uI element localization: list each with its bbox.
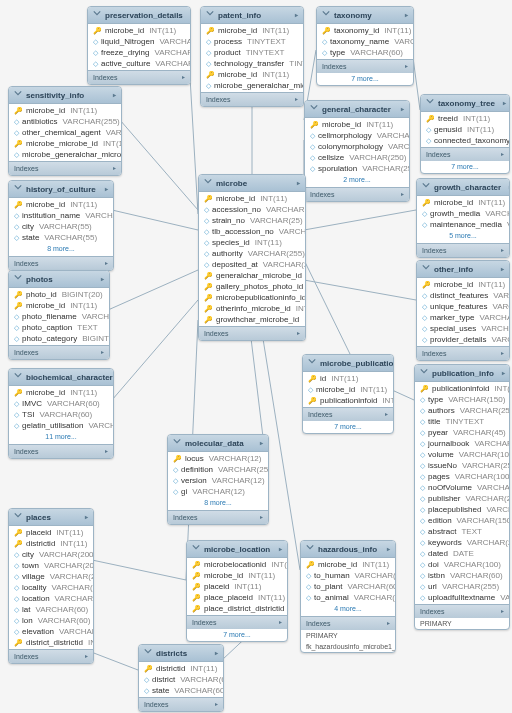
more-columns[interactable]: 5 more... — [417, 230, 509, 242]
column-row[interactable]: 🔑microbe_idINT(11) — [305, 119, 409, 130]
table-header[interactable]: taxonomy_tree▸ — [421, 95, 509, 112]
column-row[interactable]: 🔑microbe_idINT(11) — [301, 559, 395, 570]
column-row[interactable]: ◇unique_featuresVARCHAR(100) — [417, 301, 509, 312]
column-row[interactable]: ◇urlVARCHAR(255) — [415, 581, 509, 592]
indexes-header[interactable]: Indexes▸ — [187, 615, 287, 629]
column-row[interactable]: ◇titleTINYTEXT — [415, 416, 509, 427]
column-row[interactable]: ◇elevationVARCHAR(60) — [9, 626, 93, 637]
indexes-header[interactable]: Indexes▸ — [9, 256, 113, 270]
table-header[interactable]: taxonomy▸ — [317, 7, 413, 24]
column-row[interactable]: 🔑district_districtidINT(11) — [9, 637, 93, 648]
column-row[interactable]: 🔑microbe_idINT(11) — [201, 25, 303, 36]
column-row[interactable]: 🔑microbe_idINT(11) — [88, 25, 190, 36]
column-row[interactable]: ◇districtVARCHAR(60) — [139, 674, 223, 685]
table-places[interactable]: places▸🔑placeidINT(11)🔑districtidINT(11)… — [8, 508, 94, 664]
more-columns[interactable]: 8 more... — [9, 243, 113, 255]
column-row[interactable]: ◇publisherVARCHAR(200) — [415, 493, 509, 504]
column-row[interactable]: ◇noOfVolumeVARCHAR(100) — [415, 482, 509, 493]
table-header[interactable]: microbe_location▸ — [187, 541, 287, 558]
column-row[interactable]: ◇pyearVARCHAR(45) — [415, 427, 509, 438]
column-row[interactable]: 🔑photo_idBIGINT(20) — [9, 289, 109, 300]
column-row[interactable]: ◇villageVARCHAR(200) — [9, 571, 93, 582]
column-row[interactable]: 🔑microbe_idINT(11) — [9, 387, 113, 398]
column-row[interactable]: ◇typeVARCHAR(60) — [317, 47, 413, 58]
table-header[interactable]: growth_character▸ — [417, 179, 509, 196]
column-row[interactable]: ◇lonVARCHAR(60) — [9, 615, 93, 626]
indexes-header[interactable]: Indexes▸ — [417, 243, 509, 257]
column-row[interactable]: ◇to_humanVARCHAR(60) — [301, 570, 395, 581]
table-hazardous-info[interactable]: hazardous_info▸🔑microbe_idINT(11)◇to_hum… — [300, 540, 396, 653]
table-other-info[interactable]: other_info▸🔑microbe_idINT(11)◇distinct_f… — [416, 260, 510, 361]
column-row[interactable]: ◇issueNoVARCHAR(25) — [415, 460, 509, 471]
column-row[interactable]: ◇freeze_dryingVARCHAR(100) — [88, 47, 190, 58]
column-row[interactable]: 🔑microbe_idINT(11) — [187, 570, 287, 581]
table-header[interactable]: districts▸ — [139, 645, 223, 662]
column-row[interactable]: ◇cellsizeVARCHAR(250) — [305, 152, 409, 163]
table-header[interactable]: general_character▸ — [305, 101, 409, 118]
column-row[interactable]: ◇liquid_NitrogenVARCHAR(100) — [88, 36, 190, 47]
column-row[interactable]: 🔑generalchar_microbe_id... — [199, 270, 305, 281]
more-indexes[interactable]: 7 more... — [421, 161, 509, 173]
column-row[interactable]: ◇processTINYTEXT — [201, 36, 303, 47]
column-row[interactable]: 🔑microbe_idINT(11) — [9, 105, 121, 116]
column-row[interactable]: 🔑microbelocationidINT(11) — [187, 559, 287, 570]
indexes-header[interactable]: Indexes▸ — [9, 345, 109, 359]
table-header[interactable]: patent_info▸ — [201, 7, 303, 24]
column-row[interactable]: ◇stateVARCHAR(55) — [9, 232, 113, 243]
column-row[interactable]: ◇datedDATE — [415, 548, 509, 559]
table-header[interactable]: history_of_culture▸ — [9, 181, 113, 198]
column-row[interactable]: ◇growth_mediaVARCHAR(100) — [417, 208, 509, 219]
column-row[interactable]: ◇journalbookVARCHAR(255) — [415, 438, 509, 449]
column-row[interactable]: 🔑districtidINT(11) — [139, 663, 223, 674]
column-row[interactable]: ◇strain_noVARCHAR(25) — [199, 215, 305, 226]
table-microbe-location[interactable]: microbe_location▸🔑microbelocationidINT(1… — [186, 540, 288, 642]
table-microbe[interactable]: microbe▸🔑microbe_idINT(11)◇accession_noV… — [198, 174, 306, 341]
indexes-header[interactable]: Indexes▸ — [305, 187, 409, 201]
column-row[interactable]: ◇doiVARCHAR(100) — [415, 559, 509, 570]
column-row[interactable]: ◇deposited_atVARCHAR(255) — [199, 259, 305, 270]
more-columns[interactable]: 8 more... — [168, 497, 268, 509]
column-row[interactable]: 🔑microbepublicationinfo_idIN... — [199, 292, 305, 303]
table-header[interactable]: preservation_details▸ — [88, 7, 190, 24]
indexes-header[interactable]: Indexes▸ — [9, 444, 113, 458]
indexes-header[interactable]: Indexes▸ — [317, 59, 413, 73]
column-row[interactable]: ◇latVARCHAR(60) — [9, 604, 93, 615]
column-row[interactable]: ◇connected_taxonomy_id... — [421, 135, 509, 146]
column-row[interactable]: ◇to_animalVARCHAR(60) — [301, 592, 395, 603]
table-molecular-data[interactable]: molecular_data▸🔑locusVARCHAR(12)◇definit… — [167, 434, 269, 525]
column-row[interactable]: ◇giVARCHAR(12) — [168, 486, 268, 497]
column-row[interactable]: 🔑microbe_idINT(11) — [9, 300, 109, 311]
column-row[interactable]: ◇antibioticsVARCHAR(255) — [9, 116, 121, 127]
table-sensitivity-info[interactable]: sensitivity_info▸🔑microbe_idINT(11)◇anti… — [8, 86, 122, 176]
table-header[interactable]: photos▸ — [9, 271, 109, 288]
column-row[interactable]: ◇photo_categoryBIGINT(20) — [9, 333, 109, 344]
table-header[interactable]: molecular_data▸ — [168, 435, 268, 452]
column-row[interactable]: ◇marker_typeVARCHAR(100) — [417, 312, 509, 323]
table-general-character[interactable]: general_character▸🔑microbe_idINT(11)◇cel… — [304, 100, 410, 202]
column-row[interactable]: ◇abstractTEXT — [415, 526, 509, 537]
column-row[interactable]: 🔑microbe_idINT(11) — [417, 197, 509, 208]
index-row[interactable]: fk_hazardousinfo_microbe1_idx — [301, 641, 395, 652]
column-row[interactable]: ◇cellmorphologyVARCHAR(... — [305, 130, 409, 141]
column-row[interactable]: 🔑gallery_photos_photo_idBI... — [199, 281, 305, 292]
column-row[interactable]: 🔑idINT(11) — [303, 373, 393, 384]
column-row[interactable]: ◇productTINYTEXT — [201, 47, 303, 58]
column-row[interactable]: ◇TSIVARCHAR(60) — [9, 409, 113, 420]
column-row[interactable]: 🔑otherinfo_microbe_idINT(11) — [199, 303, 305, 314]
column-row[interactable]: ◇gelatin_utilisationVARCHAR(60) — [9, 420, 113, 431]
indexes-header[interactable]: Indexes▸ — [9, 161, 121, 175]
more-indexes[interactable]: 7 more... — [303, 421, 393, 433]
column-row[interactable]: ◇provider_detailsVARCHAR(255) — [417, 334, 509, 345]
column-row[interactable]: ◇technology_transferTINYTEXT — [201, 58, 303, 69]
column-row[interactable]: ◇stateVARCHAR(60) — [139, 685, 223, 696]
more-columns[interactable]: 2 more... — [305, 174, 409, 186]
column-row[interactable]: ◇istbnVARCHAR(60) — [415, 570, 509, 581]
table-biochemical-character[interactable]: biochemical_character▸🔑microbe_idINT(11)… — [8, 368, 114, 459]
column-row[interactable]: ◇keywordsVARCHAR(255) — [415, 537, 509, 548]
more-indexes[interactable]: 7 more... — [187, 629, 287, 641]
indexes-header[interactable]: Indexes▸ — [303, 407, 393, 421]
column-row[interactable]: ◇accession_noVARCHAR(25) — [199, 204, 305, 215]
column-row[interactable]: ◇sporulationVARCHAR(250) — [305, 163, 409, 174]
table-districts[interactable]: districts▸🔑districtidINT(11)◇districtVAR… — [138, 644, 224, 712]
column-row[interactable]: 🔑growthchar_microbe_idINT(... — [199, 314, 305, 325]
